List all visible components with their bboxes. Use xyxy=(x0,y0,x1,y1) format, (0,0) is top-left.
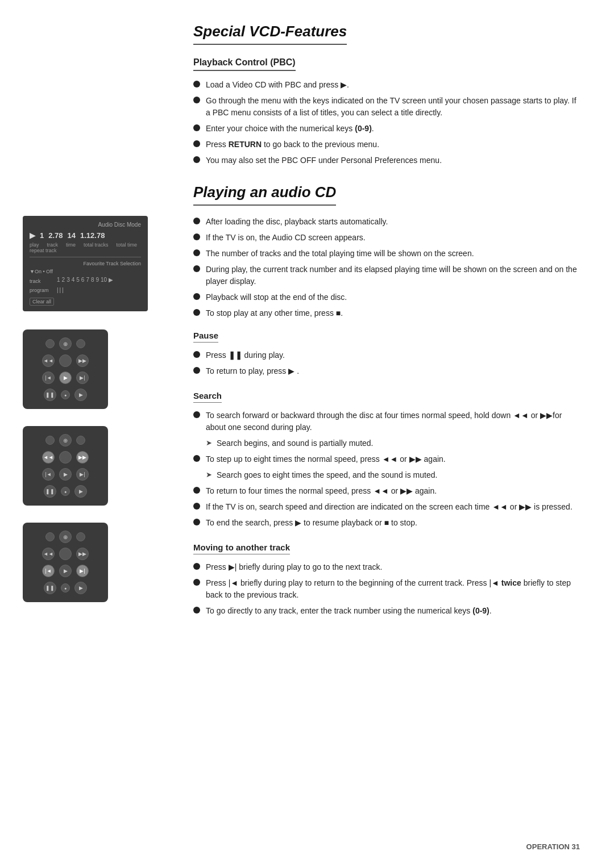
bullet-icon xyxy=(193,140,200,147)
track-label: track xyxy=(30,278,55,284)
moving-section: Moving to another track Press ▶| briefly… xyxy=(193,542,580,617)
list-item: To step up to eight times the normal spe… xyxy=(193,453,580,465)
bullet-icon xyxy=(193,81,200,87)
bullet-icon xyxy=(193,249,200,256)
btn-prev-active: ◄◄ xyxy=(42,451,55,464)
list-item: To search forward or backward through th… xyxy=(193,410,580,433)
bullet-icon xyxy=(193,563,200,570)
btn-zoom-3: ⊕ xyxy=(59,531,72,543)
search-list: To search forward or backward through th… xyxy=(193,410,580,529)
btn-next-active: ▶▶ xyxy=(76,451,89,464)
btn-dot-3: ● xyxy=(61,583,70,592)
pbc-heading: Playback Control (PBC) xyxy=(193,57,296,71)
track-program-row: track 12345678910▶ xyxy=(30,277,141,285)
bullet-icon xyxy=(193,218,200,224)
search-heading: Search xyxy=(193,391,222,403)
btn-skip-prev-2: |◄ xyxy=(42,468,55,481)
bullet-icon xyxy=(193,367,200,374)
remote-diagram-3: ⊕ ◄◄ ▶▶ |◄ ▶ ▶| ❚❚ ● ▶ xyxy=(23,523,108,602)
arrow-icon: ➤ xyxy=(206,437,212,449)
btn-skip-prev-active: |◄ xyxy=(42,565,55,577)
btn-pause: ❚❚ xyxy=(44,389,56,401)
list-item: If the TV is on, the Audio CD screen app… xyxy=(193,232,580,244)
list-item: During play, the current track number an… xyxy=(193,264,580,287)
audio-cd-list: After loading the disc, playback starts … xyxy=(193,216,580,319)
bullet-icon xyxy=(193,455,200,462)
vcd-features-section: Special VCD-Features Playback Control (P… xyxy=(193,23,580,166)
list-item: Press |◄ briefly during play to return t… xyxy=(193,577,580,601)
pause-list: Press ❚❚ during play. To return to play,… xyxy=(193,349,580,377)
list-item: Press ▶| briefly during play to go to th… xyxy=(193,561,580,573)
btn-volume-down-2 xyxy=(76,436,85,445)
bullet-icon xyxy=(193,579,200,586)
bullet-icon xyxy=(193,607,200,614)
btn-skip-next-active: ▶| xyxy=(76,565,89,577)
btn-volume-up xyxy=(45,339,55,348)
btn-volume-up-3 xyxy=(45,532,55,541)
btn-pause-2: ❚❚ xyxy=(44,485,56,498)
moving-list: Press ▶| briefly during play to go to th… xyxy=(193,561,580,617)
bullet-icon xyxy=(193,309,200,316)
list-item: To stop play at any other time, press ■. xyxy=(193,307,580,319)
page-title: Special VCD-Features xyxy=(193,23,347,45)
disc-screen: Audio Disc Mode ▶ 1 2.78 14 1.12.78 play… xyxy=(23,216,148,311)
btn-pause-3: ❚❚ xyxy=(44,582,56,594)
screen-values: ▶ 1 2.78 14 1.12.78 xyxy=(30,231,141,240)
list-item: To end the search, press ▶ to resume pla… xyxy=(193,517,580,529)
list-item: Press ❚❚ during play. xyxy=(193,349,580,361)
pause-heading: Pause xyxy=(193,331,218,343)
remote-diagram-2: ⊕ ◄◄ ▶▶ |◄ ▶ ▶| ❚❚ ● ▶ xyxy=(23,426,108,506)
audio-cd-section: Playing an audio CD After loading the di… xyxy=(193,183,580,617)
btn-volume-up-2 xyxy=(45,436,55,445)
clear-button: Clear all xyxy=(30,298,54,306)
search-section: Search To search forward or backward thr… xyxy=(193,391,580,529)
screen-labels: play track time total tracks total time xyxy=(30,242,141,248)
btn-skip-next-2: ▶| xyxy=(76,468,89,481)
btn-left-3 xyxy=(59,548,72,560)
btn-prev-3: ◄◄ xyxy=(42,548,55,560)
moving-heading: Moving to another track xyxy=(193,542,290,554)
list-item-indent: ➤ Search goes to eight times the speed, … xyxy=(193,469,580,481)
bullet-icon xyxy=(193,265,200,272)
btn-next: ▶▶ xyxy=(76,354,89,367)
btn-volume-down-3 xyxy=(76,532,85,541)
list-item: To return to four times the normal speed… xyxy=(193,485,580,497)
btn-left-2 xyxy=(59,451,72,464)
track-numbers: 12345678910▶ xyxy=(57,277,113,283)
audio-cd-title: Playing an audio CD xyxy=(193,183,336,206)
list-item: If the TV is on, search speed and direct… xyxy=(193,501,580,513)
btn-left xyxy=(59,354,72,367)
bullet-icon xyxy=(193,351,200,358)
btn-play-3: ▶ xyxy=(59,565,72,577)
arrow-icon: ➤ xyxy=(206,469,212,481)
list-item: Load a Video CD with PBC and press ▶. xyxy=(193,79,580,91)
pbc-section: Playback Control (PBC) Load a Video CD w… xyxy=(193,57,580,166)
list-item: To return to play, press ▶ . xyxy=(193,365,580,377)
btn-zoom-2: ⊕ xyxy=(59,434,72,446)
bullet-icon xyxy=(193,156,200,163)
list-item: To go directly to any track, enter the t… xyxy=(193,605,580,617)
program-row: program ||| xyxy=(30,287,141,293)
btn-skip-prev: |◄ xyxy=(42,372,55,384)
bullet-icon xyxy=(193,487,200,494)
remote-diagram-1: ⊕ ◄◄ ▶▶ |◄ ▶ ▶| ❚❚ ● ▶ xyxy=(23,329,108,409)
page-footer: OPERATION 31 xyxy=(526,842,580,851)
left-column: Audio Disc Mode ▶ 1 2.78 14 1.12.78 play… xyxy=(0,23,176,834)
list-item: The number of tracks and the total playi… xyxy=(193,248,580,260)
screen-mode-label: Audio Disc Mode xyxy=(30,222,141,228)
repeat-label: repeat track xyxy=(30,248,141,253)
btn-skip-next: ▶| xyxy=(76,372,89,384)
list-item: Playback will stop at the end of the dis… xyxy=(193,291,580,303)
btn-next-3: ▶▶ xyxy=(76,548,89,560)
btn-prev: ◄◄ xyxy=(42,354,55,367)
bullet-icon xyxy=(193,519,200,525)
bullet-icon xyxy=(193,124,200,131)
program-label: program xyxy=(30,287,55,293)
bullet-icon xyxy=(193,293,200,300)
btn-stop-3: ▶ xyxy=(74,582,87,594)
bullet-icon xyxy=(193,97,200,103)
on-off-label: ▼On • Off xyxy=(30,269,141,274)
list-item: Press RETURN to go back to the previous … xyxy=(193,139,580,151)
btn-volume-down xyxy=(76,339,85,348)
list-item: Go through the menu with the keys indica… xyxy=(193,95,580,119)
